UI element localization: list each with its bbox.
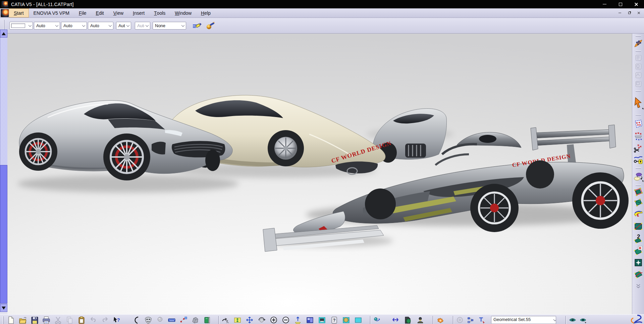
doc-close-button[interactable]: [636, 11, 641, 15]
fit-all-in-button[interactable]: [234, 316, 241, 324]
keyboard-ruler-button[interactable]: [168, 316, 175, 324]
shape-morphing-button[interactable]: [634, 171, 643, 182]
menu-help[interactable]: Help: [196, 8, 215, 17]
chevron-down-icon[interactable]: [54, 22, 60, 29]
menu-edit[interactable]: Edit: [91, 8, 109, 17]
menu-insert[interactable]: Insert: [128, 8, 149, 17]
chevron-down-icon[interactable]: [125, 22, 131, 29]
catalog-book-button[interactable]: [203, 316, 211, 324]
toolbar-drag-handle[interactable]: [636, 114, 641, 115]
toolbar-drag-handle[interactable]: [636, 91, 641, 92]
doc-restore-button[interactable]: [627, 11, 632, 15]
trim-surface-button[interactable]: [634, 270, 643, 279]
color-combo[interactable]: [9, 22, 33, 30]
more-tools-button[interactable]: [634, 283, 643, 289]
pan-button[interactable]: [246, 316, 253, 324]
freestyle-workbench-button[interactable]: [634, 39, 643, 48]
user-permissions-button[interactable]: [417, 316, 424, 324]
cloud-of-points-button[interactable]: [634, 119, 643, 129]
named-views-button[interactable]: ?: [330, 316, 338, 324]
close-icon: [634, 2, 638, 6]
surface-patch-button-2[interactable]: [634, 198, 643, 207]
menu-start[interactable]: Start: [9, 8, 29, 17]
chevron-down-icon[interactable]: [180, 22, 186, 29]
toolbar-separator: [218, 316, 219, 324]
point-symbol-combo[interactable]: Auto: [116, 22, 131, 30]
vertical-scrollbar[interactable]: [0, 34, 7, 314]
menu-enovia[interactable]: ENOVIA V5 VPM: [29, 8, 74, 17]
rotate-button[interactable]: [258, 316, 265, 324]
command-input[interactable]: [491, 316, 554, 324]
remove-points-button[interactable]: [634, 131, 643, 142]
chevron-down-icon[interactable]: [27, 22, 33, 29]
resize-double-arrow-button[interactable]: [392, 316, 399, 324]
split-surface-button[interactable]: [634, 258, 643, 267]
chevron-down-icon[interactable]: [107, 22, 113, 29]
close-button[interactable]: [628, 0, 644, 8]
toolbar-drag-handle[interactable]: [636, 51, 641, 52]
new-document-button[interactable]: [7, 316, 15, 324]
toolbar-drag-handle[interactable]: [3, 316, 4, 324]
3d-viewport[interactable]: CF WORLD DESIGN: [7, 34, 632, 314]
heal-surface-button[interactable]: [634, 246, 643, 256]
power-input-field[interactable]: [491, 316, 556, 324]
doc-minimize-button[interactable]: [617, 11, 623, 15]
opacity-combo[interactable]: Auto: [34, 22, 60, 30]
web-page-button[interactable]: [404, 316, 412, 324]
minimize-button[interactable]: [597, 0, 612, 8]
gray-sphere-button[interactable]: [156, 316, 164, 324]
flyout-arrow-icon[interactable]: [642, 108, 643, 110]
chevron-down-icon[interactable]: [554, 316, 556, 324]
formula-mask-button[interactable]: [145, 316, 152, 324]
line-weight-combo[interactable]: Auto: [61, 22, 87, 30]
menu-tools[interactable]: Tools: [149, 8, 170, 17]
line-type-combo[interactable]: Auto: [88, 22, 113, 30]
paste-button[interactable]: [78, 316, 85, 324]
material-rock-button[interactable]: [192, 316, 199, 324]
normal-view-button[interactable]: [294, 316, 302, 324]
zoom-out-button[interactable]: [282, 316, 289, 324]
toolbar-drag-handle[interactable]: [636, 185, 641, 186]
menu-window[interactable]: Window: [170, 8, 196, 17]
render-style-button[interactable]: [342, 316, 350, 324]
wheel: [103, 133, 150, 180]
menu-file[interactable]: File: [74, 8, 91, 17]
whats-this-button[interactable]: ?: [113, 316, 120, 324]
freestyle-blend-button[interactable]: [634, 209, 643, 219]
select-tool-button[interactable]: [634, 96, 643, 110]
custom-view-button[interactable]: [355, 316, 362, 324]
surface-patch-button-1[interactable]: [634, 187, 643, 197]
eye-view-button-1[interactable]: [569, 316, 576, 324]
double-chevron-down-icon: [636, 284, 641, 288]
multi-view-button[interactable]: [306, 316, 314, 324]
painter-tool-button[interactable]: [192, 21, 202, 31]
chevron-down-icon[interactable]: [81, 22, 87, 29]
print-button[interactable]: [43, 316, 50, 324]
scrollbar-thumb[interactable]: [0, 165, 7, 304]
scroll-down-button[interactable]: [0, 304, 7, 312]
settings-gear-button[interactable]: [437, 316, 444, 324]
relations-button[interactable]: [180, 316, 187, 324]
filter-points-button[interactable]: [634, 144, 643, 153]
toolbar-drag-handle[interactable]: [636, 36, 641, 37]
flyout-arrow-icon[interactable]: [642, 180, 643, 182]
menu-view[interactable]: View: [109, 8, 128, 17]
maximize-button[interactable]: [612, 0, 628, 8]
layer-combo[interactable]: None: [153, 22, 186, 30]
zoom-in-button[interactable]: [270, 316, 277, 324]
curve-key-lock-button[interactable]: [634, 155, 643, 165]
toolbar-drag-handle[interactable]: [636, 168, 641, 169]
fly-mode-button[interactable]: [222, 316, 229, 324]
eye-view-button-2[interactable]: [580, 316, 587, 324]
save-button[interactable]: [31, 316, 38, 324]
scroll-up-button[interactable]: [0, 30, 7, 38]
swap-visible-space-button[interactable]: [478, 316, 486, 324]
open-folder-button[interactable]: [19, 316, 26, 324]
extract-order2-button[interactable]: 2: [634, 233, 643, 244]
quick-view-button[interactable]: [318, 316, 326, 324]
material-tool-button[interactable]: [205, 21, 215, 31]
turntable-button[interactable]: [373, 316, 381, 324]
spline-curve-button[interactable]: [133, 316, 140, 324]
structure-tree-button[interactable]: [467, 316, 475, 324]
planar-patch-button[interactable]: [634, 222, 643, 231]
